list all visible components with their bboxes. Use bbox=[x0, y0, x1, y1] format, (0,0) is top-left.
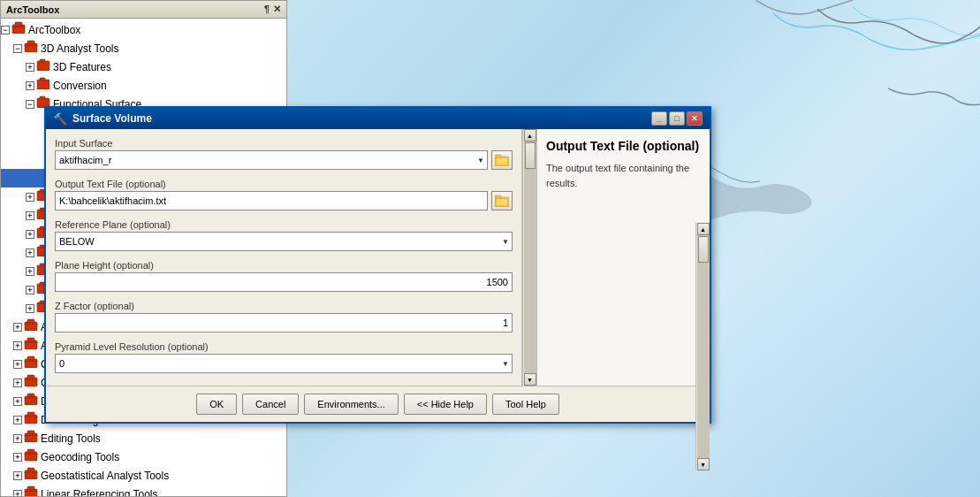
svg-rect-52 bbox=[25, 433, 37, 442]
toggle-data-mgmt-tools[interactable]: + bbox=[13, 416, 22, 424]
svg-rect-9 bbox=[40, 78, 45, 80]
tree-item-arctoolbox-root[interactable]: −ArcToolbox bbox=[1, 20, 286, 39]
svg-rect-11 bbox=[40, 96, 45, 99]
svg-rect-63 bbox=[24, 491, 38, 492]
svg-rect-42 bbox=[24, 361, 38, 362]
svg-rect-39 bbox=[24, 342, 38, 343]
dialog-content: Input Surface bbox=[46, 129, 710, 386]
toggle-arctoolbox-root[interactable]: − bbox=[1, 26, 10, 34]
toggle-cartography-tools[interactable]: + bbox=[13, 360, 22, 369]
dialog-footer: OK Cancel Environments... << Hide Help T… bbox=[46, 386, 710, 422]
toggle-raster-surface[interactable]: + bbox=[26, 248, 34, 257]
toggle-editing-tools[interactable]: + bbox=[13, 434, 22, 443]
svg-rect-4 bbox=[27, 41, 34, 44]
z-factor-input[interactable] bbox=[55, 313, 513, 333]
toggle-raster-math[interactable]: + bbox=[26, 211, 34, 220]
tree-item-conversion[interactable]: +Conversion bbox=[1, 76, 286, 95]
svg-rect-51 bbox=[24, 417, 38, 417]
plane-height-input[interactable] bbox=[55, 272, 513, 292]
svg-rect-62 bbox=[27, 486, 34, 490]
tree-item-linear-ref-tools[interactable]: +Linear Referencing Tools bbox=[1, 485, 286, 496]
toggle-analysis-tools[interactable]: + bbox=[13, 323, 22, 332]
toolbox-icon-arc-hydro-tools bbox=[24, 337, 38, 354]
toggle-terrain-tin-surface[interactable]: + bbox=[26, 267, 34, 276]
svg-rect-59 bbox=[27, 468, 34, 471]
help-text: The output text file containing the resu… bbox=[546, 161, 701, 190]
dialog-minimize-btn[interactable]: _ bbox=[651, 111, 667, 126]
toggle-conversion-tools[interactable]: + bbox=[13, 378, 22, 387]
toggle-raster-interpolation[interactable]: + bbox=[26, 193, 34, 202]
tree-label-geostatistical-tools: Geostatistical Analyst Tools bbox=[41, 468, 169, 484]
toolbox-icon-cartography-tools bbox=[24, 356, 38, 372]
hide-help-button[interactable]: << Hide Help bbox=[404, 394, 487, 415]
help-scroll-thumb[interactable] bbox=[698, 236, 709, 263]
output-file-input[interactable] bbox=[55, 191, 488, 210]
tree-item-editing-tools[interactable]: +Editing Tools bbox=[1, 429, 286, 447]
tree-label-editing-tools: Editing Tools bbox=[41, 431, 101, 447]
input-surface-input[interactable] bbox=[55, 150, 488, 170]
input-surface-field: Input Surface bbox=[55, 138, 513, 170]
tree-label-3d-features: 3D Features bbox=[53, 59, 111, 75]
toggle-conversion[interactable]: + bbox=[26, 81, 34, 90]
toolset-icon-3d-features bbox=[36, 58, 50, 75]
reference-plane-select[interactable]: BELOW ABOVE bbox=[55, 232, 513, 251]
toggle-geostatistical-tools[interactable]: + bbox=[13, 471, 22, 480]
svg-rect-43 bbox=[25, 378, 37, 386]
svg-rect-79 bbox=[497, 158, 507, 164]
dialog-tool-icon: 🔨 bbox=[53, 112, 67, 126]
dialog-maximize-btn[interactable]: □ bbox=[669, 111, 685, 126]
output-file-field: Output Text File (optional) bbox=[55, 179, 513, 210]
help-scroll-up-btn[interactable]: ▲ bbox=[697, 223, 710, 235]
reference-plane-field: Reference Plane (optional) BELOW ABOVE bbox=[55, 219, 513, 251]
svg-rect-78 bbox=[495, 155, 501, 158]
close-icon[interactable]: ✕ bbox=[273, 4, 281, 15]
toggle-arc-hydro-tools[interactable]: + bbox=[13, 341, 22, 350]
folder-icon bbox=[495, 154, 509, 166]
tree-item-3d-features[interactable]: +3D Features bbox=[1, 57, 286, 76]
input-surface-combo-wrapper bbox=[55, 150, 488, 170]
scroll-down-btn[interactable]: ▼ bbox=[524, 373, 536, 386]
pyramid-level-label: Pyramid Level Resolution (optional) bbox=[55, 341, 513, 352]
svg-rect-60 bbox=[24, 472, 38, 473]
pyramid-level-wrapper: 0 1 2 bbox=[55, 354, 513, 373]
toggle-raster-reclass[interactable]: + bbox=[26, 230, 34, 239]
tree-label-geocoding-tools: Geocoding Tools bbox=[41, 449, 119, 465]
svg-rect-36 bbox=[24, 324, 38, 325]
toggle-data-interop-tools[interactable]: + bbox=[13, 397, 22, 406]
tool-help-button[interactable]: Tool Help bbox=[492, 394, 559, 415]
tree-item-3d-analyst[interactable]: −3D Analyst Tools bbox=[1, 39, 286, 57]
scroll-thumb[interactable] bbox=[525, 142, 536, 169]
dialog-close-btn[interactable]: ✕ bbox=[687, 111, 703, 126]
svg-rect-49 bbox=[25, 415, 37, 424]
tree-item-geocoding-tools[interactable]: +Geocoding Tools bbox=[1, 447, 286, 466]
environments-button[interactable]: Environments... bbox=[304, 394, 398, 415]
output-file-browse-btn[interactable] bbox=[491, 191, 513, 210]
toggle-3d-features[interactable]: + bbox=[26, 63, 34, 72]
cancel-button[interactable]: Cancel bbox=[242, 394, 299, 415]
svg-rect-3 bbox=[25, 43, 37, 52]
scroll-up-btn[interactable]: ▲ bbox=[524, 129, 536, 141]
svg-rect-5 bbox=[24, 45, 38, 46]
svg-rect-50 bbox=[27, 412, 34, 416]
ok-button[interactable]: OK bbox=[196, 394, 237, 415]
toolbox-icon-editing-tools bbox=[24, 430, 38, 447]
input-surface-browse-btn[interactable] bbox=[491, 150, 513, 170]
toggle-tin-management[interactable]: + bbox=[26, 304, 34, 313]
pyramid-level-select[interactable]: 0 1 2 bbox=[55, 354, 513, 373]
output-file-row bbox=[55, 191, 513, 210]
pin-icon[interactable]: ¶ bbox=[264, 4, 270, 15]
tree-item-geostatistical-tools[interactable]: +Geostatistical Analyst Tools bbox=[1, 466, 286, 485]
reference-plane-wrapper: BELOW ABOVE bbox=[55, 232, 513, 251]
dialog-titlebar-left: 🔨 Surface Volume bbox=[53, 112, 152, 126]
toggle-linear-ref-tools[interactable]: + bbox=[13, 490, 22, 497]
toggle-geocoding-tools[interactable]: + bbox=[13, 453, 22, 462]
svg-rect-58 bbox=[25, 470, 37, 479]
toolbox-icon-3d-analyst bbox=[24, 40, 38, 57]
z-factor-field: Z Factor (optional) bbox=[55, 301, 513, 333]
dialog-form-area: Input Surface bbox=[46, 129, 522, 386]
tree-label-conversion: Conversion bbox=[53, 78, 107, 94]
toggle-3d-analyst[interactable]: − bbox=[13, 44, 22, 53]
toggle-functional-surface[interactable]: − bbox=[26, 100, 34, 109]
svg-rect-45 bbox=[24, 379, 38, 380]
toggle-terrain-management[interactable]: + bbox=[26, 286, 34, 294]
